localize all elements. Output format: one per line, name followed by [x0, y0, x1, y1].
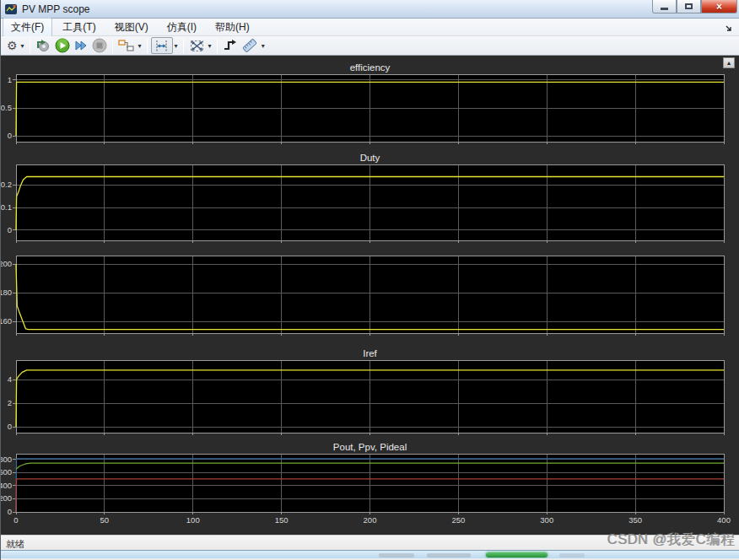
y-tick-label: 4 [8, 374, 12, 384]
run-icon [55, 38, 70, 53]
fit-to-view-icon [189, 39, 205, 53]
taskbar-progress [486, 552, 548, 557]
panel-title: Iref [363, 348, 377, 358]
toolbar: ⚙ ▾ [1, 36, 739, 56]
scope-plot-area: 00.51efficiency00.10.2Duty160180200024Ir… [1, 56, 739, 535]
minimize-button[interactable] [652, 0, 677, 13]
taskbar-smudge [559, 553, 585, 557]
fit-to-view-dropdown[interactable]: ▾ [207, 37, 213, 54]
maximize-button[interactable] [677, 0, 701, 13]
panel-title: Pout, Ppv, Pideal [333, 442, 407, 452]
settings-button[interactable]: ⚙ [5, 37, 19, 54]
toolbar-separator [30, 39, 30, 53]
y-tick-label: 180 [1, 288, 12, 297]
x-tick-label: 100 [186, 515, 200, 525]
status-bar: 就绪 CSDN @我爱C编程 [1, 535, 739, 550]
cursor-measurements-button[interactable] [151, 37, 173, 54]
scope-app-icon [5, 3, 18, 15]
scope-window: PV MPP scope × 文件(F) 工具(T) 视图(V) 仿真(I) 帮… [0, 0, 739, 560]
scope-panel-1: 00.10.2Duty [1, 153, 724, 243]
x-tick-label: 300 [540, 515, 553, 525]
scope-canvas: 00.51efficiency00.10.2Duty160180200024Ir… [1, 56, 739, 535]
step-forward-icon [73, 39, 89, 52]
menu-file[interactable]: 文件(F) [3, 18, 52, 37]
x-tick-label: 200 [364, 515, 377, 525]
x-tick-label: 400 [717, 515, 731, 525]
cursor-measurements-icon [154, 40, 170, 52]
panel-title: Duty [360, 153, 380, 163]
menu-help[interactable]: 帮助(H) [207, 18, 258, 37]
stop-button[interactable] [90, 37, 109, 54]
y-tick-label: 800 [1, 455, 12, 464]
measurements-dropdown[interactable]: ▾ [260, 37, 267, 54]
panel-title: efficiency [350, 62, 391, 73]
x-tick-label: 250 [451, 515, 465, 525]
y-tick-label: 0 [8, 225, 12, 234]
measurements-button[interactable] [240, 37, 260, 54]
scope-panel-2: 160180200 [1, 256, 724, 336]
menu-bar: 文件(F) 工具(T) 视图(V) 仿真(I) 帮助(H) [1, 19, 739, 36]
run-button[interactable] [53, 37, 72, 54]
y-tick-label: 0.2 [1, 180, 12, 189]
taskbar-sliver [1, 550, 739, 558]
y-tick-label: 600 [1, 467, 12, 477]
cursor-measurements-dropdown[interactable]: ▾ [173, 37, 180, 54]
scope-panel-0: 00.51efficiency [1, 62, 724, 144]
y-tick-label: 0 [8, 422, 12, 431]
y-tick-label: 160 [1, 316, 12, 326]
gear-icon: ⚙ [7, 40, 18, 51]
toolbar-separator [147, 39, 148, 53]
y-tick-label: 2 [8, 398, 12, 407]
y-tick-label: 200 [1, 493, 12, 503]
y-tick-label: 0.5 [1, 103, 12, 112]
go-to-model-icon [35, 39, 51, 52]
y-tick-label: 200 [1, 259, 12, 268]
measurements-ruler-icon [241, 38, 258, 53]
signal-selector-icon [118, 39, 135, 52]
scope-panel-4: 0200400600800Pout, Ppv, Pideal0501001502… [1, 442, 731, 525]
settings-dropdown[interactable]: ▾ [19, 37, 26, 54]
go-to-model-button[interactable] [34, 37, 53, 54]
close-icon: × [716, 2, 722, 12]
x-tick-label: 0 [13, 515, 18, 525]
scope-panel-3: 024Iref [8, 348, 724, 435]
x-tick-label: 350 [628, 515, 642, 525]
csdn-watermark: CSDN @我爱C编程 [607, 530, 735, 549]
x-tick-label: 150 [275, 515, 289, 525]
trigger-icon [223, 39, 238, 52]
title-bar[interactable]: PV MPP scope × [1, 0, 739, 19]
y-tick-label: 0 [8, 507, 12, 516]
y-tick-label: 0.1 [1, 202, 12, 212]
fit-to-view-button[interactable] [187, 37, 207, 54]
taskbar-smudge [379, 553, 414, 557]
toolbar-separator [112, 39, 113, 53]
step-forward-button[interactable] [72, 37, 90, 54]
maximize-icon [685, 3, 693, 9]
y-tick-label: 400 [1, 481, 12, 490]
signal-selector-button[interactable] [116, 37, 137, 54]
window-title: PV MPP scope [22, 3, 89, 15]
signal-selector-dropdown[interactable]: ▾ [137, 37, 143, 54]
toolbar-separator [217, 39, 218, 53]
taskbar-smudge [427, 553, 471, 557]
x-tick-label: 50 [100, 515, 110, 525]
trigger-button[interactable] [221, 37, 240, 54]
y-tick-label: 0 [8, 131, 12, 140]
minimize-icon [661, 8, 668, 10]
status-text: 就绪 [6, 538, 24, 551]
panel-expand-button[interactable]: ▴ [723, 57, 735, 68]
close-button[interactable]: × [701, 0, 737, 13]
menu-view[interactable]: 视图(V) [106, 18, 157, 37]
menu-simulation[interactable]: 仿真(I) [159, 18, 205, 37]
menu-tools[interactable]: 工具(T) [54, 18, 104, 37]
toolbar-separator [183, 39, 184, 53]
menu-overflow-arrow-icon[interactable] [726, 23, 733, 35]
y-tick-label: 1 [8, 75, 12, 84]
stop-icon [92, 38, 107, 53]
